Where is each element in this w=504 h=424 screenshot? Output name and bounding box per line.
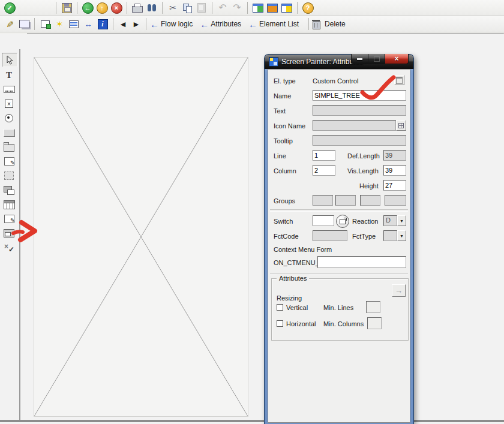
palette-item-frame[interactable] <box>2 169 16 182</box>
separator <box>146 18 146 30</box>
palette-item-custom-control[interactable] <box>2 227 16 240</box>
activate-button[interactable]: ✎ <box>3 17 16 31</box>
dlg-name-label: Name <box>274 92 291 100</box>
window-bottom-edge <box>0 420 504 422</box>
paste-button[interactable] <box>195 1 208 14</box>
reaction-value: D <box>383 215 397 226</box>
radio-button-icon <box>5 114 13 122</box>
create-element-button[interactable] <box>38 17 52 31</box>
fct-type-label: FctType <box>352 233 376 240</box>
left-arrow-icon: ← <box>248 20 257 29</box>
enter-button[interactable]: ✓ <box>3 1 16 14</box>
dialog-app-icon <box>269 57 278 67</box>
new-session-button[interactable] <box>251 1 265 14</box>
palette-item-subscreen[interactable] <box>2 155 16 168</box>
cut-button[interactable]: ✂ <box>166 1 179 14</box>
dlg-column-input[interactable] <box>313 165 335 176</box>
help-button[interactable]: ? <box>301 1 314 14</box>
close-button[interactable]: × <box>385 54 409 64</box>
resize-button[interactable]: ↔ <box>82 17 95 31</box>
fct-type-combo[interactable]: ▼ <box>383 230 406 241</box>
palette-item-status-icon[interactable]: × ✓ <box>2 241 16 254</box>
element-rows-button[interactable] <box>67 17 80 31</box>
horizontal-checkbox[interactable] <box>277 320 283 327</box>
attributes-button[interactable]: ← Attributes <box>200 19 247 30</box>
layout-button[interactable] <box>280 1 293 14</box>
window-buttons: × <box>351 54 409 64</box>
separator <box>77 2 77 14</box>
el-type-detail-button[interactable] <box>394 75 404 85</box>
dlg-icon-name-label: Icon Name <box>274 122 305 130</box>
box-icon <box>4 144 14 152</box>
element-list-label: Element List <box>259 20 299 28</box>
on-ctmenu-input[interactable] <box>317 256 406 268</box>
context-menu-form-label: Context Menu Form <box>274 246 332 253</box>
element-list-button[interactable]: ← Element List <box>248 19 305 30</box>
maximize-button[interactable] <box>368 54 385 64</box>
palette-item-checkbox[interactable]: × <box>2 97 16 110</box>
groups-input-2 <box>335 195 356 206</box>
palette-item-radio-button[interactable] <box>2 112 16 125</box>
reaction-combo[interactable]: D ▼ <box>383 215 406 226</box>
window-green-icon <box>253 4 263 13</box>
save-button[interactable] <box>60 1 73 14</box>
dropdown-icon: ▼ <box>397 230 406 241</box>
new-window-icon <box>41 20 50 28</box>
palette-item-tabstrip[interactable] <box>2 184 16 197</box>
palette-item-pointer[interactable] <box>2 53 17 67</box>
minimize-icon <box>357 58 362 60</box>
dlg-line-input[interactable] <box>313 150 335 161</box>
copy-layout-button[interactable] <box>17 17 31 31</box>
cancel-button[interactable]: × <box>110 1 123 14</box>
palette-item-table-view[interactable] <box>2 212 16 225</box>
min-lines-input[interactable] <box>366 301 380 313</box>
custom-control-element[interactable] <box>34 57 248 417</box>
back-icon: ← <box>82 2 94 14</box>
exit-button[interactable]: ↑ <box>95 1 109 14</box>
icon-picker-button[interactable] <box>396 120 406 131</box>
palette-item-input-field[interactable] <box>2 83 16 96</box>
min-columns-input[interactable] <box>367 317 382 329</box>
divider <box>270 209 408 212</box>
grid-icon <box>398 123 404 128</box>
redo-button[interactable]: ↷ <box>230 1 244 14</box>
dlg-column-label: Column <box>274 167 296 175</box>
minimize-button[interactable] <box>351 54 368 64</box>
flash-button[interactable]: ✶ <box>53 17 66 31</box>
help-icon: ? <box>302 2 314 14</box>
back-button[interactable]: ← <box>81 1 94 14</box>
vertical-checkbox[interactable] <box>277 304 283 311</box>
attributes-groupbox: Attributes → Resizing Vertical Min. Line… <box>271 278 409 341</box>
print-button[interactable] <box>131 1 144 14</box>
flow-logic-button[interactable]: ← Flow logic <box>150 19 199 30</box>
copy-layout-icon <box>19 20 29 28</box>
dlg-name-input[interactable] <box>313 90 406 101</box>
dlg-height-label: Height <box>359 182 379 190</box>
dlg-switch-input[interactable] <box>313 215 334 226</box>
cut-icon: ✂ <box>169 4 176 12</box>
vis-length-input[interactable] <box>383 165 406 176</box>
palette-item-table-control[interactable] <box>2 198 16 211</box>
paste-icon <box>197 3 206 13</box>
next-screen-button[interactable]: ▶ <box>130 17 142 31</box>
palette-item-box[interactable] <box>2 140 16 154</box>
switch-toggle-button[interactable] <box>336 215 349 228</box>
redo-icon: ↷ <box>233 3 241 13</box>
dlg-height-input[interactable] <box>383 180 406 191</box>
info-button[interactable]: i <box>96 17 109 31</box>
palette-item-pushbutton[interactable] <box>2 126 16 139</box>
separator <box>247 2 248 14</box>
more-attributes-button[interactable]: → <box>392 284 406 297</box>
find-button[interactable] <box>145 1 158 14</box>
delete-button[interactable]: Delete <box>313 18 352 31</box>
shortcut-button[interactable] <box>266 1 279 14</box>
stacked-rows-window-icon <box>69 20 79 28</box>
separator <box>308 18 309 30</box>
copy-button[interactable] <box>181 1 194 14</box>
previous-screen-button[interactable]: ◀ <box>117 17 129 31</box>
window-glyph-icon <box>396 77 403 84</box>
undo-icon: ↶ <box>218 3 226 13</box>
palette-item-text[interactable]: T <box>2 68 16 82</box>
undo-button[interactable]: ↶ <box>216 1 229 14</box>
fct-code-label: FctCode <box>274 233 299 240</box>
